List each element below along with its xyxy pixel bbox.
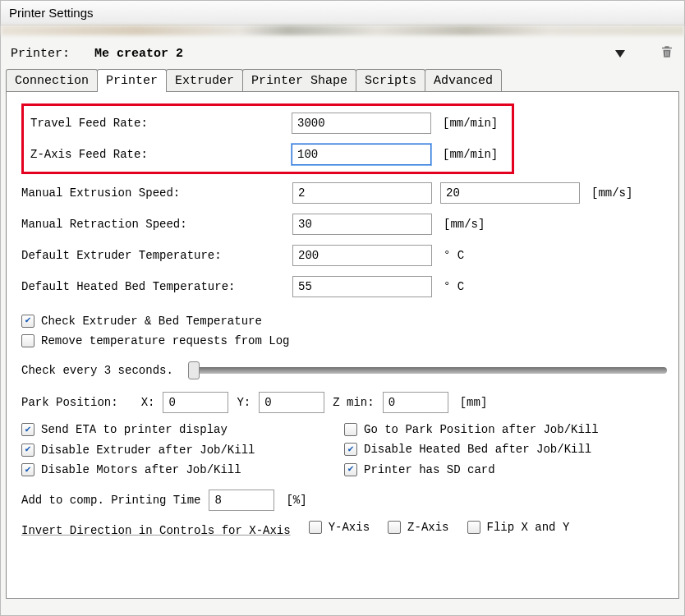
check-temp-label: Check Extruder & Bed Temperature	[41, 315, 262, 328]
travel-feed-rate-label: Travel Feed Rate:	[30, 117, 283, 130]
printer-tab-panel: Travel Feed Rate: [mm/min] Z-Axis Feed R…	[6, 91, 679, 599]
printer-label: Printer:	[11, 47, 70, 61]
tab-advanced[interactable]: Advanced	[425, 69, 502, 92]
z-axis-feed-rate-label: Z-Axis Feed Rate:	[30, 148, 283, 161]
goto-park-label: Go to Park Position after Job/Kill	[364, 423, 599, 436]
tab-connection[interactable]: Connection	[6, 69, 98, 92]
remove-temp-log-checkbox[interactable]: Remove temperature requests from Log	[21, 334, 289, 347]
park-x-label: X:	[141, 396, 155, 409]
disable-bed-checkbox[interactable]: Disable Heated Bed after Job/Kill	[344, 443, 591, 456]
comp-time-label: Add to comp. Printing Time	[21, 494, 200, 507]
z-axis-feed-rate-input[interactable]	[292, 144, 431, 165]
delete-printer-button[interactable]	[660, 44, 674, 63]
goto-park-checkbox[interactable]: Go to Park Position after Job/Kill	[344, 423, 599, 436]
checkbox-icon	[21, 315, 34, 328]
disable-extruder-checkbox[interactable]: Disable Extruder after Job/Kill	[21, 444, 255, 457]
disable-motors-label: Disable Motors after Job/Kill	[41, 463, 241, 476]
manual-retraction-input[interactable]	[292, 214, 432, 235]
comp-time-input[interactable]	[209, 490, 274, 511]
checkbox-icon	[21, 423, 34, 436]
checkbox-icon	[344, 463, 357, 476]
tab-printer[interactable]: Printer	[97, 69, 167, 92]
manual-retraction-unit: [mm/s]	[444, 218, 485, 231]
check-temp-checkbox[interactable]: Check Extruder & Bed Temperature	[21, 315, 262, 328]
printer-selector-row: Printer: Me creator 2	[1, 35, 684, 68]
flip-xy-checkbox[interactable]: Flip X and Y	[467, 521, 570, 534]
printer-settings-window: Printer Settings Printer: Me creator 2 C…	[0, 0, 685, 616]
default-bed-temp-label: Default Heated Bed Temperature:	[21, 280, 284, 293]
check-interval-label: Check every 3 seconds.	[21, 364, 173, 377]
travel-feed-rate-input[interactable]	[292, 113, 431, 134]
check-interval-slider[interactable]	[188, 367, 667, 374]
checkbox-icon	[21, 334, 34, 347]
invert-y-checkbox[interactable]: Y-Axis	[309, 521, 370, 534]
manual-extrusion-input-2[interactable]	[440, 182, 580, 204]
disable-extruder-label: Disable Extruder after Job/Kill	[41, 444, 255, 457]
send-eta-checkbox[interactable]: Send ETA to printer display	[21, 423, 228, 436]
invert-direction-label: Invert Direction in Controls for X-Axis	[21, 524, 291, 537]
remove-temp-log-label: Remove temperature requests from Log	[41, 334, 289, 347]
default-extruder-temp-unit: ° C	[444, 249, 464, 262]
tab-printer-shape[interactable]: Printer Shape	[242, 69, 356, 92]
checkbox-icon	[467, 521, 480, 534]
invert-y-label: Y-Axis	[329, 521, 370, 534]
default-bed-temp-input[interactable]	[292, 276, 432, 297]
checkbox-icon	[21, 463, 34, 476]
default-extruder-temp-input[interactable]	[292, 245, 432, 266]
park-x-input[interactable]	[163, 392, 228, 413]
manual-retraction-label: Manual Retraction Speed:	[21, 218, 284, 231]
disable-bed-label: Disable Heated Bed after Job/Kill	[364, 443, 591, 456]
chevron-down-icon	[615, 50, 625, 57]
park-z-input[interactable]	[383, 392, 448, 413]
park-unit: [mm]	[460, 396, 488, 409]
slider-thumb-icon	[188, 361, 200, 379]
travel-feed-rate-unit: [mm/min]	[443, 117, 498, 130]
checkbox-icon	[388, 521, 401, 534]
tab-scripts[interactable]: Scripts	[356, 69, 425, 92]
tab-extruder[interactable]: Extruder	[166, 69, 243, 92]
manual-extrusion-label: Manual Extrusion Speed:	[21, 186, 284, 200]
park-y-input[interactable]	[259, 392, 324, 413]
checkbox-icon	[309, 521, 322, 534]
printer-dropdown[interactable]: Me creator 2	[94, 47, 635, 61]
invert-z-label: Z-Axis	[407, 521, 448, 534]
send-eta-label: Send ETA to printer display	[41, 423, 228, 436]
has-sd-label: Printer has SD card	[364, 463, 495, 476]
park-y-label: Y:	[237, 396, 251, 409]
checkbox-icon	[21, 444, 34, 457]
trash-icon	[660, 44, 674, 60]
has-sd-checkbox[interactable]: Printer has SD card	[344, 463, 495, 476]
window-title: Printer Settings	[1, 1, 684, 25]
default-extruder-temp-label: Default Extruder Temperature:	[21, 249, 284, 262]
checkbox-icon	[344, 423, 357, 436]
z-axis-feed-rate-unit: [mm/min]	[443, 148, 498, 161]
invert-z-checkbox[interactable]: Z-Axis	[388, 521, 448, 534]
manual-extrusion-unit: [mm/s]	[591, 186, 632, 200]
park-position-label: Park Position:	[21, 396, 118, 409]
park-z-label: Z min:	[333, 396, 374, 409]
flip-xy-label: Flip X and Y	[487, 521, 570, 534]
comp-time-unit: [%]	[286, 494, 306, 507]
background-blur	[1, 25, 684, 35]
default-bed-temp-unit: ° C	[444, 280, 464, 293]
highlighted-region: Travel Feed Rate: [mm/min] Z-Axis Feed R…	[21, 103, 514, 174]
checkbox-icon	[344, 443, 357, 456]
manual-extrusion-input-1[interactable]	[292, 182, 432, 204]
selected-printer-name: Me creator 2	[94, 47, 183, 61]
disable-motors-checkbox[interactable]: Disable Motors after Job/Kill	[21, 463, 241, 476]
tabs: Connection Printer Extruder Printer Shap…	[1, 68, 684, 91]
